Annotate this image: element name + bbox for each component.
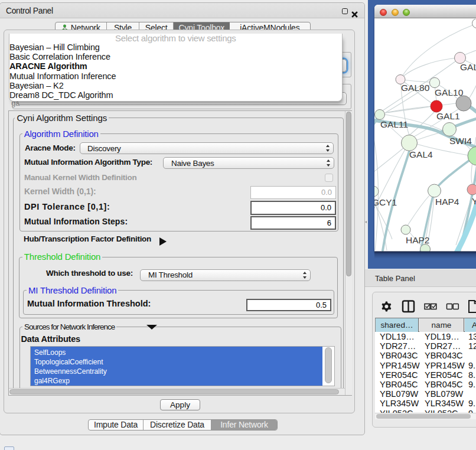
svg-text:HAP2: HAP2	[406, 235, 430, 245]
svg-text:GAL1: GAL1	[436, 111, 460, 121]
svg-text:YM: YM	[472, 196, 476, 206]
svg-text:GAL11: GAL11	[380, 119, 408, 129]
svg-text:GAL10: GAL10	[435, 87, 464, 97]
svg-text:GAL80: GAL80	[401, 83, 430, 93]
svg-text:GCY1: GCY1	[374, 197, 397, 207]
svg-text:SWI4: SWI4	[449, 136, 472, 146]
svg-text:GAL4: GAL4	[409, 149, 433, 159]
svg-text:GAL2: GAL2	[460, 62, 476, 72]
svg-text:HAP4: HAP4	[435, 197, 459, 207]
